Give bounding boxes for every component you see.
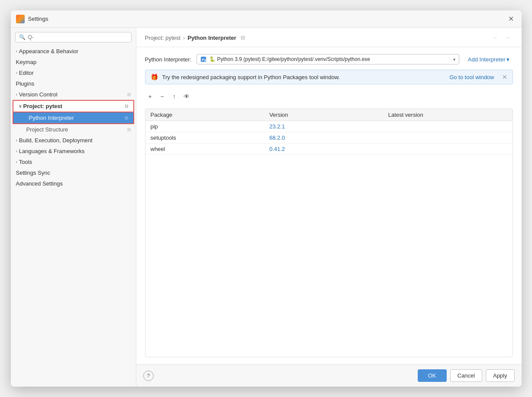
info-banner-close-icon[interactable]: ✕ xyxy=(502,74,507,80)
chevron-right-icon: › xyxy=(16,92,17,97)
interpreter-value: 🐍 Python 3.9 (pytest) E:/gitee/python/py… xyxy=(209,56,451,62)
packages-toolbar: + − ↑ 👁 xyxy=(145,90,513,103)
sidebar-item-label: Project: pytest xyxy=(23,103,62,109)
sidebar-item-label: Plugins xyxy=(16,80,35,87)
cancel-button[interactable]: Cancel xyxy=(450,369,482,382)
ok-button[interactable]: OK xyxy=(418,369,447,382)
sidebar-item-version-control[interactable]: › Version Control ⊟ xyxy=(11,89,136,100)
sidebar-item-label: Advanced Settings xyxy=(16,180,63,187)
title-bar: Settings ✕ xyxy=(11,10,522,28)
breadcrumb-current: Python Interpreter xyxy=(187,35,236,41)
interpreter-label: Python Interpreter: xyxy=(145,56,192,63)
gift-icon: 🎁 xyxy=(151,74,158,80)
table-header: Package Version Latest version xyxy=(145,109,513,121)
main-content: 🔍 › Appearance & Behavior Keymap › Edito… xyxy=(11,28,522,387)
sidebar-item-project-pytest[interactable]: ∨ Project: pytest ⊟ xyxy=(13,100,134,112)
add-package-button[interactable]: + xyxy=(145,91,155,102)
sidebar-item-languages[interactable]: › Languages & Frameworks xyxy=(11,146,136,157)
window-pin-icon: ⊟ xyxy=(125,104,128,109)
table-row[interactable]: wheel 0.41.2 xyxy=(145,144,513,155)
sidebar-item-plugins[interactable]: Plugins xyxy=(11,78,136,89)
sidebar-item-advanced-settings[interactable]: Advanced Settings xyxy=(11,178,136,189)
sidebar-item-label: Settings Sync xyxy=(16,170,51,176)
package-name: pip xyxy=(151,123,270,130)
sidebar-item-label: Version Control xyxy=(19,91,58,98)
sidebar-item-tools[interactable]: › Tools xyxy=(11,157,136,167)
sidebar-item-label: Appearance & Behavior xyxy=(19,48,78,54)
interpreter-dropdown[interactable]: Py 🐍 Python 3.9 (pytest) E:/gitee/python… xyxy=(197,54,459,64)
chevron-right-icon: › xyxy=(16,70,17,75)
interpreter-row: Python Interpreter: Py 🐍 Python 3.9 (pyt… xyxy=(145,54,513,64)
show-details-button[interactable]: 👁 xyxy=(181,91,192,102)
window-pin-icon: ⊟ xyxy=(127,92,131,97)
table-row[interactable]: setuptools 68.2.0 xyxy=(145,132,513,144)
breadcrumb-nav: ← → xyxy=(490,33,513,42)
breadcrumb-parent: Project: pytest xyxy=(145,35,181,41)
chevron-right-icon: › xyxy=(16,160,17,164)
add-interpreter-button[interactable]: Add Interpreter ▾ xyxy=(464,54,513,64)
package-version: 0.41.2 xyxy=(269,146,388,152)
app-icon xyxy=(16,15,25,23)
content-panel: Project: pytest › Python Interpreter ⊟ ←… xyxy=(136,28,522,387)
window-pin-icon: ⊟ xyxy=(127,127,131,132)
info-banner: 🎁 Try the redesigned packaging support i… xyxy=(145,70,513,84)
add-interpreter-chevron-icon: ▾ xyxy=(506,56,509,63)
chevron-right-icon: › xyxy=(16,49,17,54)
dialog-footer: ? OK Cancel Apply xyxy=(136,364,522,387)
dropdown-chevron-icon: ▾ xyxy=(453,57,455,62)
content-body: Python Interpreter: Py 🐍 Python 3.9 (pyt… xyxy=(136,47,522,364)
search-icon: 🔍 xyxy=(19,34,26,40)
remove-package-button[interactable]: − xyxy=(157,91,168,102)
breadcrumb-separator: › xyxy=(183,35,185,41)
sidebar-item-label: Languages & Frameworks xyxy=(19,148,85,154)
footer-buttons: OK Cancel Apply xyxy=(418,369,515,382)
col-version: Version xyxy=(269,112,388,118)
sidebar: 🔍 › Appearance & Behavior Keymap › Edito… xyxy=(11,28,136,387)
search-box[interactable]: 🔍 xyxy=(15,32,132,42)
col-package: Package xyxy=(151,112,270,118)
search-input[interactable] xyxy=(28,34,128,40)
back-button[interactable]: ← xyxy=(490,33,501,42)
sidebar-item-label: Python Interpreter xyxy=(29,115,74,121)
add-interpreter-label: Add Interpreter xyxy=(468,56,506,63)
update-package-button[interactable]: ↑ xyxy=(169,91,180,102)
sidebar-item-editor[interactable]: › Editor xyxy=(11,67,136,78)
packages-table: Package Version Latest version pip 23.2.… xyxy=(145,109,513,357)
sidebar-item-label: Build, Execution, Deployment xyxy=(19,137,93,144)
sidebar-item-label: Editor xyxy=(19,70,34,76)
sidebar-item-build[interactable]: › Build, Execution, Deployment xyxy=(11,135,136,146)
python-icon: Py xyxy=(200,56,206,62)
chevron-down-icon: ∨ xyxy=(19,104,22,109)
help-button[interactable]: ? xyxy=(143,371,154,381)
col-latest: Latest version xyxy=(388,112,507,118)
info-banner-text: Try the redesigned packaging support in … xyxy=(162,74,445,80)
sidebar-item-project-structure[interactable]: Project Structure ⊟ xyxy=(11,124,136,135)
window-title: Settings xyxy=(28,16,506,22)
breadcrumb-pin-icon: ⊟ xyxy=(241,35,245,41)
package-version: 23.2.1 xyxy=(269,123,388,130)
sidebar-item-settings-sync[interactable]: Settings Sync xyxy=(11,167,136,178)
sidebar-item-python-interpreter[interactable]: Python Interpreter ⊟ xyxy=(13,112,134,124)
window-pin-icon: ⊟ xyxy=(125,115,128,120)
apply-button[interactable]: Apply xyxy=(486,369,515,382)
forward-button[interactable]: → xyxy=(503,33,513,42)
chevron-right-icon: › xyxy=(16,138,17,143)
package-version: 68.2.0 xyxy=(269,134,388,141)
sidebar-item-label: Tools xyxy=(19,159,32,165)
sidebar-item-appearance[interactable]: › Appearance & Behavior xyxy=(11,46,136,57)
help-icon: ? xyxy=(147,372,150,379)
close-button[interactable]: ✕ xyxy=(506,14,516,24)
settings-dialog: Settings ✕ 🔍 › Appearance & Behavior Key… xyxy=(11,10,522,387)
package-name: wheel xyxy=(151,146,270,152)
breadcrumb: Project: pytest › Python Interpreter ⊟ ←… xyxy=(136,28,522,47)
sidebar-item-label: Project Structure xyxy=(26,126,68,133)
table-row[interactable]: pip 23.2.1 xyxy=(145,121,513,132)
package-name: setuptools xyxy=(151,134,270,141)
chevron-right-icon: › xyxy=(16,149,17,154)
sidebar-item-keymap[interactable]: Keymap xyxy=(11,57,136,67)
svg-text:Py: Py xyxy=(202,58,206,62)
go-to-tool-window-link[interactable]: Go to tool window xyxy=(449,74,494,80)
sidebar-item-label: Keymap xyxy=(16,59,37,65)
